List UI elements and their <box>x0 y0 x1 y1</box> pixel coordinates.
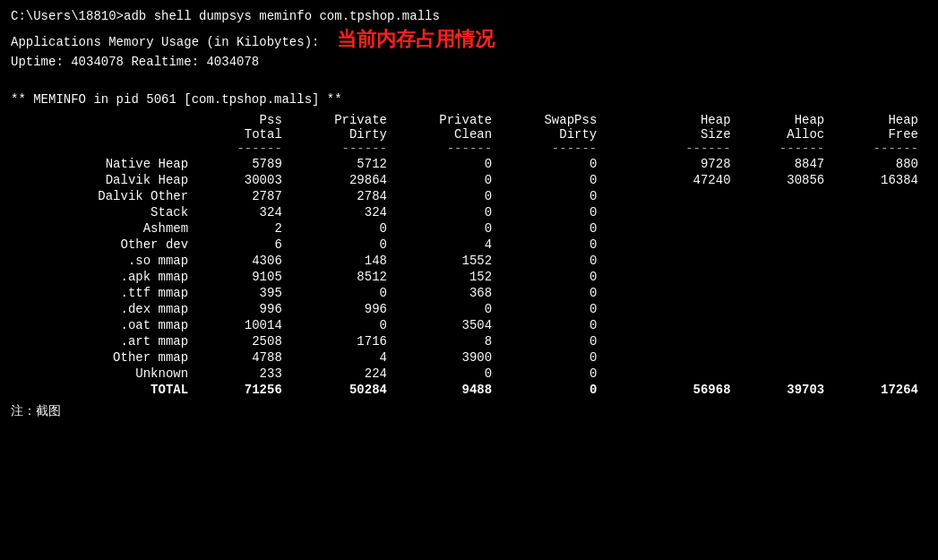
col-heap-free: Heap <box>833 113 927 127</box>
col-header-row2: Total Dirty Clean Dirty Size Alloc Free <box>11 127 927 142</box>
col-clean-label: Clean <box>396 127 501 142</box>
col-private-clean: Private <box>396 113 501 127</box>
table-row: .oat mmap10014035040 <box>11 317 927 333</box>
table-row: Dalvik Heap300032986400472403085616384 <box>11 172 927 188</box>
app-mem-usage: Applications Memory Usage (in Kilobytes)… <box>11 33 319 52</box>
table-row: Stack32432400 <box>11 204 927 220</box>
table-row: TOTAL712565028494880569683970317264 <box>11 382 927 398</box>
table-row: Ashmem2000 <box>11 220 927 237</box>
col-total-label: Total <box>197 127 291 142</box>
bottom-label: 注：截图 <box>11 403 927 419</box>
col-swappss-dirty: SwapPss <box>501 113 606 127</box>
col-header-row1: Pss Private Private SwapPss Heap Heap He… <box>11 113 927 127</box>
col-divider: ------ ------ ------ ------ ------ -----… <box>11 142 927 156</box>
table-row: Other dev6040 <box>11 237 927 253</box>
table-row: Unknown23322400 <box>11 366 927 382</box>
col-swap-dirty-label: Dirty <box>501 127 606 142</box>
col-heap-alloc: Heap <box>740 113 834 127</box>
table-row: Dalvik Other2787278400 <box>11 188 927 204</box>
meminfo-header: ** MEMINFO in pid 5061 [com.tpshop.malls… <box>11 90 927 109</box>
col-dirty-label: Dirty <box>291 127 396 142</box>
table-row: Native Heap578957120097288847880 <box>11 156 927 172</box>
table-row: .dex mmap99699600 <box>11 301 927 317</box>
col-private-dirty: Private <box>291 113 396 127</box>
table-row: Other mmap4788439000 <box>11 349 927 366</box>
col-alloc-label: Alloc <box>740 127 834 142</box>
meminfo-table: Pss Private Private SwapPss Heap Heap He… <box>11 113 927 398</box>
table-row: .art mmap2508171680 <box>11 333 927 349</box>
table-row: .ttf mmap39503680 <box>11 285 927 301</box>
annotation: 当前内存占用情况 <box>337 26 495 53</box>
terminal: C:\Users\18810>adb shell dumpsys meminfo… <box>0 0 938 560</box>
uptime-line: Uptime: 4034078 Realtime: 4034078 <box>11 53 927 72</box>
table-row: .so mmap430614815520 <box>11 253 927 269</box>
col-heap-size: Heap <box>646 113 740 127</box>
col-pss-total: Pss <box>197 113 291 127</box>
command-line: C:\Users\18810>adb shell dumpsys meminfo… <box>11 7 927 26</box>
col-free-label: Free <box>833 127 927 142</box>
table-row: .apk mmap910585121520 <box>11 269 927 285</box>
col-size-label: Size <box>646 127 740 142</box>
